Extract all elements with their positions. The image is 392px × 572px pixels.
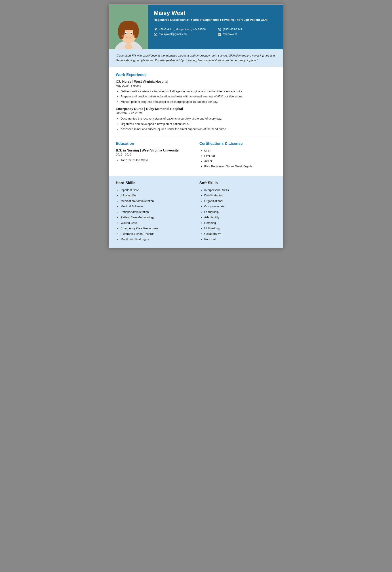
job-1-dates: May 2018 - Present: [116, 84, 276, 87]
summary-section: "Committed RN with experience in the int…: [109, 49, 283, 67]
profile-photo: [109, 5, 148, 49]
cert-2: First Aid: [204, 154, 276, 158]
soft-skill-2: Detail-oriented: [204, 193, 276, 198]
job-1-bullet-3: Monitor patient progress and assist in d…: [121, 100, 276, 104]
soft-skill-9: Collaborative: [204, 232, 276, 236]
hard-skills-col: Hard Skills Inpatient Care Initiating IV…: [116, 181, 193, 243]
job-1: ICU Nurse | West Virginia Hospital May 2…: [116, 80, 276, 104]
job-1-title: ICU Nurse | West Virginia Hospital: [116, 80, 276, 83]
svg-point-14: [132, 35, 135, 37]
svg-text:+: +: [220, 28, 221, 29]
job-2-bullet-3: Assessed minor and critical injuries und…: [121, 127, 276, 131]
job-1-bullet-1: Deliver quality assistance to patients o…: [121, 89, 276, 94]
svg-point-15: [125, 44, 132, 49]
header-section: Maisy West Registered Nurse with 5+ Year…: [109, 5, 283, 49]
svg-point-11: [125, 33, 127, 34]
linkedin-text: /maisywest: [223, 33, 237, 36]
hard-skill-9: Electronic Health Records: [121, 232, 193, 236]
linkedin-item: /maisywest: [218, 32, 278, 36]
contact-grid: 458 Oak Ln., Morgantown, WV 26506 + (285…: [154, 28, 277, 36]
hard-skill-2: Initiating IVs: [121, 193, 193, 198]
skills-section: Hard Skills Inpatient Care Initiating IV…: [109, 176, 283, 248]
hard-skill-4: Medical Software: [121, 204, 193, 209]
header-photo: [109, 5, 148, 49]
svg-point-12: [131, 33, 132, 34]
candidate-name: Maisy West: [154, 10, 277, 16]
soft-skill-1: Interpersonal Skills: [204, 188, 276, 192]
edu-bullet-1: Top 10% of the Class: [121, 158, 193, 162]
hard-skill-8: Emergency Care Procedures: [121, 226, 193, 231]
hard-skill-7: Wound Care: [121, 221, 193, 225]
soft-skill-8: Multitasking: [204, 226, 276, 231]
certifications-section: Certifications & License CPR First Aid A…: [199, 137, 276, 172]
edu-degree: B.S. in Nursing | West Virginia Universi…: [116, 149, 193, 152]
job-2-bullet-2: Organized and developed a new plan of pa…: [121, 122, 276, 126]
job-2-dates: Jul 2016 - Feb 2018: [116, 111, 276, 115]
svg-point-8: [120, 21, 137, 29]
edu-cert-section: Education B.S. in Nursing | West Virgini…: [109, 137, 283, 176]
edu-bullets: Top 10% of the Class: [116, 158, 193, 162]
soft-skill-7: Listening: [204, 221, 276, 225]
cert-1: CPR: [204, 149, 276, 153]
address-item: 458 Oak Ln., Morgantown, WV 26506: [154, 28, 213, 31]
hard-skill-3: Medication Administration: [121, 199, 193, 203]
address-text: 458 Oak Ln., Morgantown, WV 26506: [159, 28, 206, 31]
soft-skill-4: Compassionate: [204, 204, 276, 209]
hard-skill-10: Monitoring Vital Signs: [121, 237, 193, 241]
hard-skills-title: Hard Skills: [116, 181, 193, 185]
work-experience-title: Work Experience: [116, 73, 276, 77]
soft-skills-list: Interpersonal Skills Detail-oriented Org…: [199, 188, 276, 241]
job-2: Emergency Nurse | Ruby Memorial Hospital…: [116, 107, 276, 131]
hard-skill-6: Patient Care Methodology: [121, 215, 193, 220]
soft-skills-col: Soft Skills Interpersonal Skills Detail-…: [199, 181, 276, 243]
cert-4: RN - Registered Nurse: West Virginia: [204, 164, 276, 169]
svg-point-22: [218, 33, 219, 33]
email-item: maisywest@gmail.com: [154, 32, 213, 36]
hard-skill-5: Patient Administration: [121, 210, 193, 214]
candidate-title: Registered Nurse with 5+ Years of Experi…: [154, 18, 277, 22]
job-1-bullets: Deliver quality assistance to patients o…: [116, 89, 276, 104]
phone-item: + (285)-458-2347: [218, 28, 278, 31]
soft-skill-3: Organizational: [204, 199, 276, 203]
hard-skills-list: Inpatient Care Initiating IVs Medication…: [116, 188, 193, 241]
header-info: Maisy West Registered Nurse with 5+ Year…: [148, 5, 283, 49]
email-text: maisywest@gmail.com: [159, 33, 188, 36]
soft-skill-10: Punctual: [204, 237, 276, 241]
job-1-bullet-2: Prepare and provide patient education an…: [121, 94, 276, 99]
hard-skill-1: Inpatient Care: [121, 188, 193, 192]
edu-dates: 2012 - 2016: [116, 153, 193, 156]
location-icon: [154, 28, 157, 31]
education-section: Education B.S. in Nursing | West Virgini…: [116, 137, 193, 172]
resume-wrapper: Maisy West Registered Nurse with 5+ Year…: [109, 4, 283, 248]
header-divider: [154, 25, 277, 25]
svg-rect-21: [218, 33, 219, 35]
certifications-list: CPR First Aid ACLS RN - Registered Nurse…: [199, 149, 276, 169]
summary-text: "Committed RN with experience in the int…: [116, 54, 275, 62]
work-experience-section: Work Experience ICU Nurse | West Virgini…: [109, 67, 283, 137]
phone-text: (285)-458-2347: [223, 28, 242, 31]
job-2-bullets: Documented the recovery status of patien…: [116, 116, 276, 131]
svg-rect-19: [154, 33, 157, 35]
soft-skill-5: Leadership: [204, 210, 276, 214]
certifications-title: Certifications & License: [199, 142, 276, 146]
job-2-title: Emergency Nurse | Ruby Memorial Hospital: [116, 107, 276, 111]
svg-point-13: [122, 35, 125, 37]
linkedin-icon: [218, 32, 221, 36]
email-icon: [154, 32, 157, 36]
soft-skills-title: Soft Skills: [199, 181, 276, 185]
cert-3: ACLS: [204, 159, 276, 164]
soft-skill-6: Adaptability: [204, 215, 276, 220]
phone-icon: +: [218, 28, 221, 31]
job-2-bullet-1: Documented the recovery status of patien…: [121, 116, 276, 121]
education-title: Education: [116, 142, 193, 146]
